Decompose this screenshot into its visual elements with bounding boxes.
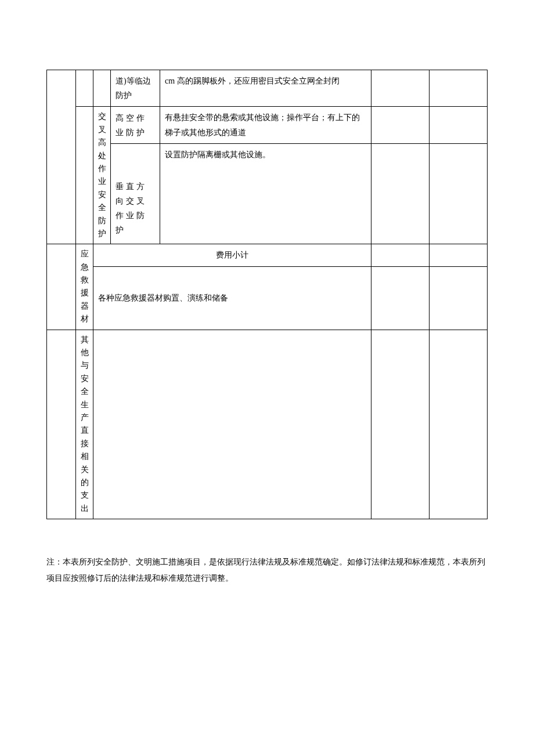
cell-text: cm 高的踢脚板外，还应用密目式安全立网全封闭 — [165, 77, 340, 85]
table-row: 垂直方向交叉作业防护 设置防护隔离栅或其他设施。 — [47, 144, 488, 244]
cell-col3: 交叉高处作业安全防护 — [93, 107, 111, 244]
cell-col7 — [430, 244, 488, 267]
cell-col6 — [371, 330, 430, 519]
cell-col5: cm 高的踢脚板外，还应用密目式安全立网全封闭 — [160, 70, 371, 107]
table-row: 道)等临边防护 cm 高的踢脚板外，还应用密目式安全立网全封闭 — [47, 70, 488, 107]
cell-col1 — [47, 70, 76, 244]
cell-col6 — [371, 107, 430, 144]
cell-content — [93, 330, 371, 519]
cell-col4: 垂直方向交叉作业防护 — [111, 144, 160, 244]
cell-col5: 设置防护隔离栅或其他设施。 — [160, 144, 371, 244]
cell-text: 有悬挂安全带的悬索或其他设施；操作平台；有上下的梯子或其他形式的通道 — [165, 113, 360, 136]
cell-col3 — [93, 70, 111, 107]
cell-col7 — [430, 70, 488, 107]
cell-content: 各种应急救援器材购置、演练和储备 — [93, 267, 371, 330]
cell-text: 垂直方向交叉作业防护 — [116, 182, 147, 235]
cell-col4: 道)等临边防护 — [111, 70, 160, 107]
cell-subtotal: 费用小计 — [93, 244, 371, 267]
cell-text: 应急救援器材 — [81, 249, 89, 323]
cell-col2 — [76, 107, 93, 244]
cell-col1 — [47, 244, 76, 330]
cell-col5: 有悬挂安全带的悬索或其他设施；操作平台；有上下的梯子或其他形式的通道 — [160, 107, 371, 144]
cell-col2: 应急救援器材 — [76, 244, 93, 330]
cell-col6 — [371, 70, 430, 107]
cell-col7 — [430, 330, 488, 519]
cell-col4: 高空作业防护 — [111, 107, 160, 144]
cell-col6 — [371, 267, 430, 330]
cell-text: 其他与安全生产直接相关的支出 — [81, 335, 89, 513]
cell-text: 交叉高处作业安全防护 — [98, 112, 106, 238]
cell-col1 — [47, 330, 76, 519]
footnote: 注：本表所列安全防护、文明施工措施项目，是依据现行法律法规及标准规范确定。如修订… — [46, 554, 488, 587]
cell-col6 — [371, 144, 430, 244]
cell-col7 — [430, 107, 488, 144]
table-row: 应急救援器材 费用小计 — [47, 244, 488, 267]
cell-col7 — [430, 144, 488, 244]
note-text: 注：本表所列安全防护、文明施工措施项目，是依据现行法律法规及标准规范确定。如修订… — [46, 558, 485, 583]
cell-text: 道)等临边防护 — [116, 77, 151, 100]
cell-text: 费用小计 — [216, 251, 248, 259]
table-row: 交叉高处作业安全防护 高空作业防护 有悬挂安全带的悬索或其他设施；操作平台；有上… — [47, 107, 488, 144]
cell-col7 — [430, 267, 488, 330]
table-row: 各种应急救援器材购置、演练和储备 — [47, 267, 488, 330]
cell-col2: 其他与安全生产直接相关的支出 — [76, 330, 93, 519]
cell-text: 高空作业防护 — [116, 114, 147, 137]
main-table: 道)等临边防护 cm 高的踢脚板外，还应用密目式安全立网全封闭 交叉高处作业安全… — [46, 70, 488, 519]
table-row: 其他与安全生产直接相关的支出 — [47, 330, 488, 519]
cell-text: 设置防护隔离栅或其他设施。 — [165, 150, 270, 159]
cell-text: 各种应急救援器材购置、演练和储备 — [98, 294, 228, 302]
cell-col6 — [371, 244, 430, 267]
cell-col2 — [76, 70, 93, 107]
